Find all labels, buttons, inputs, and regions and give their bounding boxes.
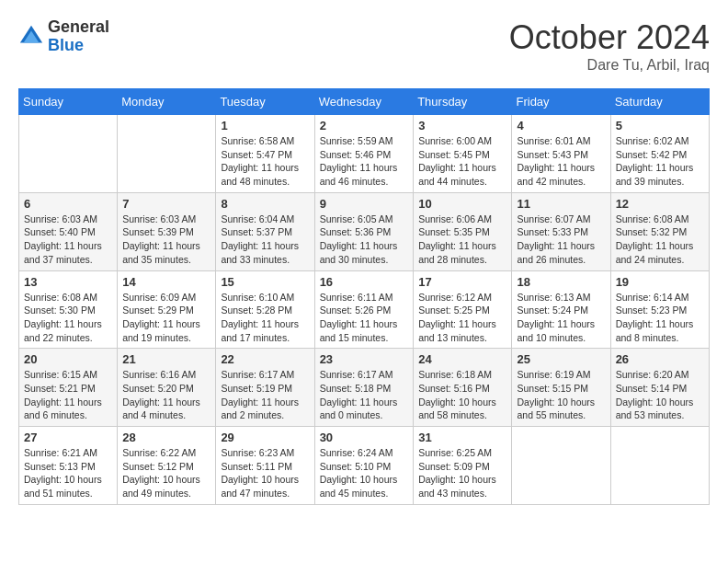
calendar-cell [118, 115, 216, 193]
weekday-header: Friday [512, 89, 610, 115]
day-info: Sunrise: 6:18 AM Sunset: 5:16 PM Dayligh… [418, 368, 506, 422]
calendar-cell: 5 Sunrise: 6:02 AM Sunset: 5:42 PM Dayli… [610, 115, 709, 193]
day-number: 12 [616, 197, 704, 211]
calendar-week-row: 27 Sunrise: 6:21 AM Sunset: 5:13 PM Dayl… [19, 427, 710, 505]
day-info: Sunrise: 6:13 AM Sunset: 5:24 PM Dayligh… [517, 291, 605, 345]
day-number: 3 [418, 119, 506, 132]
calendar-cell: 3 Sunrise: 6:00 AM Sunset: 5:45 PM Dayli… [414, 115, 512, 193]
day-info: Sunrise: 6:23 AM Sunset: 5:11 PM Dayligh… [221, 446, 309, 500]
calendar-cell: 23 Sunrise: 6:17 AM Sunset: 5:18 PM Dayl… [314, 349, 414, 427]
day-info: Sunrise: 6:20 AM Sunset: 5:14 PM Dayligh… [616, 368, 704, 422]
day-number: 19 [616, 275, 704, 289]
calendar-cell: 25 Sunrise: 6:19 AM Sunset: 5:15 PM Dayl… [512, 349, 610, 427]
day-info: Sunrise: 6:07 AM Sunset: 5:33 PM Dayligh… [517, 213, 605, 267]
calendar-cell: 11 Sunrise: 6:07 AM Sunset: 5:33 PM Dayl… [512, 192, 610, 270]
day-info: Sunrise: 6:04 AM Sunset: 5:37 PM Dayligh… [221, 213, 309, 267]
day-info: Sunrise: 6:02 AM Sunset: 5:42 PM Dayligh… [616, 134, 704, 189]
day-info: Sunrise: 6:21 AM Sunset: 5:13 PM Dayligh… [24, 446, 112, 500]
page-header: General Blue October 2024 Dare Tu, Arbil… [18, 18, 710, 74]
calendar-cell: 17 Sunrise: 6:12 AM Sunset: 5:25 PM Dayl… [414, 270, 512, 349]
calendar-cell: 7 Sunrise: 6:03 AM Sunset: 5:39 PM Dayli… [118, 192, 216, 270]
day-info: Sunrise: 6:17 AM Sunset: 5:18 PM Dayligh… [320, 368, 409, 422]
day-number: 23 [320, 352, 409, 366]
day-number: 8 [221, 197, 309, 211]
day-info: Sunrise: 6:17 AM Sunset: 5:19 PM Dayligh… [221, 368, 309, 422]
calendar-cell [610, 427, 709, 505]
day-number: 1 [221, 119, 309, 132]
calendar-cell: 15 Sunrise: 6:10 AM Sunset: 5:28 PM Dayl… [216, 270, 314, 349]
calendar-cell: 13 Sunrise: 6:08 AM Sunset: 5:30 PM Dayl… [19, 270, 118, 349]
day-info: Sunrise: 6:58 AM Sunset: 5:47 PM Dayligh… [221, 134, 309, 189]
day-number: 31 [418, 431, 506, 444]
calendar-cell: 26 Sunrise: 6:20 AM Sunset: 5:14 PM Dayl… [610, 349, 709, 427]
calendar-week-row: 6 Sunrise: 6:03 AM Sunset: 5:40 PM Dayli… [19, 192, 710, 270]
calendar-week-row: 1 Sunrise: 6:58 AM Sunset: 5:47 PM Dayli… [19, 115, 710, 193]
day-number: 7 [122, 197, 210, 211]
calendar-week-row: 13 Sunrise: 6:08 AM Sunset: 5:30 PM Dayl… [19, 270, 710, 349]
day-info: Sunrise: 6:24 AM Sunset: 5:10 PM Dayligh… [320, 446, 409, 500]
day-number: 20 [24, 352, 112, 366]
day-info: Sunrise: 6:11 AM Sunset: 5:26 PM Dayligh… [320, 291, 409, 345]
calendar-cell: 29 Sunrise: 6:23 AM Sunset: 5:11 PM Dayl… [216, 427, 314, 505]
day-number: 24 [418, 352, 506, 366]
day-info: Sunrise: 6:16 AM Sunset: 5:20 PM Dayligh… [122, 368, 210, 422]
day-number: 2 [320, 119, 409, 132]
logo-blue-text: Blue [48, 37, 109, 55]
day-info: Sunrise: 6:09 AM Sunset: 5:29 PM Dayligh… [122, 291, 210, 345]
day-info: Sunrise: 6:01 AM Sunset: 5:43 PM Dayligh… [517, 134, 605, 189]
calendar-cell: 28 Sunrise: 6:22 AM Sunset: 5:12 PM Dayl… [118, 427, 216, 505]
month-title: October 2024 [509, 18, 710, 57]
weekday-header: Saturday [610, 89, 709, 115]
day-number: 17 [418, 275, 506, 289]
calendar-cell: 31 Sunrise: 6:25 AM Sunset: 5:09 PM Dayl… [414, 427, 512, 505]
day-number: 11 [517, 197, 605, 211]
day-info: Sunrise: 6:06 AM Sunset: 5:35 PM Dayligh… [418, 213, 506, 267]
title-block: October 2024 Dare Tu, Arbil, Iraq [509, 18, 710, 74]
day-number: 15 [221, 275, 309, 289]
calendar-cell: 9 Sunrise: 6:05 AM Sunset: 5:36 PM Dayli… [314, 192, 414, 270]
day-number: 10 [418, 197, 506, 211]
day-info: Sunrise: 6:08 AM Sunset: 5:30 PM Dayligh… [24, 291, 112, 345]
calendar-cell: 18 Sunrise: 6:13 AM Sunset: 5:24 PM Dayl… [512, 270, 610, 349]
calendar-cell: 21 Sunrise: 6:16 AM Sunset: 5:20 PM Dayl… [118, 349, 216, 427]
calendar-week-row: 20 Sunrise: 6:15 AM Sunset: 5:21 PM Dayl… [19, 349, 710, 427]
calendar-cell: 19 Sunrise: 6:14 AM Sunset: 5:23 PM Dayl… [610, 270, 709, 349]
logo-icon [18, 24, 44, 50]
calendar-cell: 22 Sunrise: 6:17 AM Sunset: 5:19 PM Dayl… [216, 349, 314, 427]
day-info: Sunrise: 6:12 AM Sunset: 5:25 PM Dayligh… [418, 291, 506, 345]
day-number: 22 [221, 352, 309, 366]
location-text: Dare Tu, Arbil, Iraq [509, 57, 710, 74]
day-info: Sunrise: 6:25 AM Sunset: 5:09 PM Dayligh… [418, 446, 506, 500]
weekday-header: Tuesday [216, 89, 314, 115]
weekday-header: Thursday [414, 89, 512, 115]
day-info: Sunrise: 6:00 AM Sunset: 5:45 PM Dayligh… [418, 134, 506, 189]
calendar-cell: 30 Sunrise: 6:24 AM Sunset: 5:10 PM Dayl… [314, 427, 414, 505]
calendar-cell: 14 Sunrise: 6:09 AM Sunset: 5:29 PM Dayl… [118, 270, 216, 349]
day-number: 21 [122, 352, 210, 366]
day-number: 25 [517, 352, 605, 366]
calendar-cell: 24 Sunrise: 6:18 AM Sunset: 5:16 PM Dayl… [414, 349, 512, 427]
day-number: 9 [320, 197, 409, 211]
calendar-cell: 8 Sunrise: 6:04 AM Sunset: 5:37 PM Dayli… [216, 192, 314, 270]
weekday-header: Monday [118, 89, 216, 115]
calendar-cell [512, 427, 610, 505]
calendar-cell: 20 Sunrise: 6:15 AM Sunset: 5:21 PM Dayl… [19, 349, 118, 427]
day-info: Sunrise: 6:22 AM Sunset: 5:12 PM Dayligh… [122, 446, 210, 500]
weekday-header: Sunday [19, 89, 118, 115]
day-info: Sunrise: 5:59 AM Sunset: 5:46 PM Dayligh… [320, 134, 409, 189]
day-number: 30 [320, 431, 409, 444]
day-info: Sunrise: 6:14 AM Sunset: 5:23 PM Dayligh… [616, 291, 704, 345]
calendar-table: SundayMondayTuesdayWednesdayThursdayFrid… [18, 88, 710, 505]
day-number: 4 [517, 119, 605, 132]
calendar-cell: 12 Sunrise: 6:08 AM Sunset: 5:32 PM Dayl… [610, 192, 709, 270]
day-number: 18 [517, 275, 605, 289]
day-number: 6 [24, 197, 112, 211]
calendar-cell: 1 Sunrise: 6:58 AM Sunset: 5:47 PM Dayli… [216, 115, 314, 193]
day-number: 5 [616, 119, 704, 132]
calendar-cell: 4 Sunrise: 6:01 AM Sunset: 5:43 PM Dayli… [512, 115, 610, 193]
day-number: 28 [122, 431, 210, 444]
day-info: Sunrise: 6:08 AM Sunset: 5:32 PM Dayligh… [616, 213, 704, 267]
day-number: 29 [221, 431, 309, 444]
day-number: 16 [320, 275, 409, 289]
calendar-cell: 27 Sunrise: 6:21 AM Sunset: 5:13 PM Dayl… [19, 427, 118, 505]
